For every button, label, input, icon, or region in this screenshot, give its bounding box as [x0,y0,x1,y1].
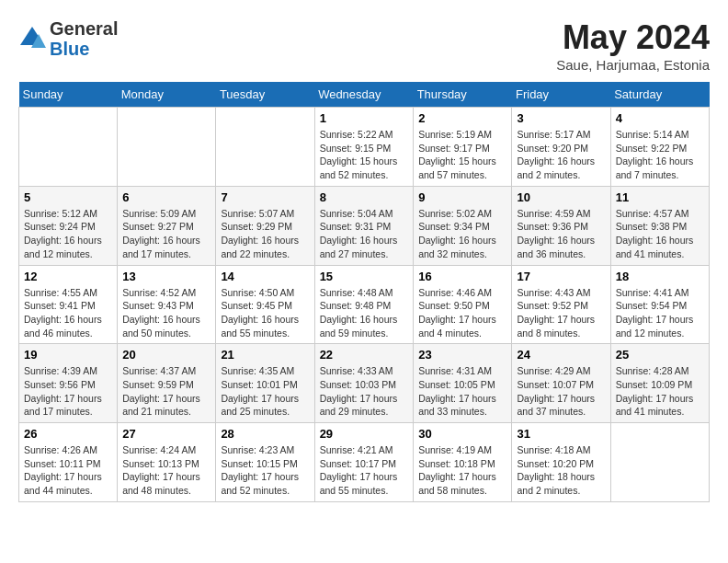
calendar-cell: 17Sunrise: 4:43 AM Sunset: 9:52 PM Dayli… [512,265,610,344]
day-info: Sunrise: 4:46 AM Sunset: 9:50 PM Dayligh… [418,286,506,340]
weekday-header-saturday: Saturday [610,82,709,108]
day-info: Sunrise: 4:57 AM Sunset: 9:38 PM Dayligh… [616,207,704,261]
calendar-table: SundayMondayTuesdayWednesdayThursdayFrid… [18,82,710,502]
calendar-cell [118,108,216,187]
calendar-cell: 11Sunrise: 4:57 AM Sunset: 9:38 PM Dayli… [610,186,709,265]
calendar-cell: 15Sunrise: 4:48 AM Sunset: 9:48 PM Dayli… [314,265,414,344]
calendar-cell: 18Sunrise: 4:41 AM Sunset: 9:54 PM Dayli… [610,265,709,344]
day-number: 28 [221,427,309,441]
weekday-header-tuesday: Tuesday [216,82,314,108]
day-info: Sunrise: 4:48 AM Sunset: 9:48 PM Dayligh… [320,286,409,340]
calendar-cell: 21Sunrise: 4:35 AM Sunset: 10:01 PM Dayl… [216,344,314,423]
calendar-cell [610,423,709,502]
month-title: May 2024 [556,18,710,57]
day-number: 24 [517,348,605,362]
calendar-cell: 2Sunrise: 5:19 AM Sunset: 9:17 PM Daylig… [414,108,512,187]
calendar-cell: 16Sunrise: 4:46 AM Sunset: 9:50 PM Dayli… [414,265,512,344]
day-info: Sunrise: 5:07 AM Sunset: 9:29 PM Dayligh… [221,207,309,261]
day-info: Sunrise: 4:50 AM Sunset: 9:45 PM Dayligh… [221,286,309,340]
day-number: 26 [24,427,112,441]
calendar-cell: 6Sunrise: 5:09 AM Sunset: 9:27 PM Daylig… [118,186,216,265]
logo-blue-text: Blue [50,39,89,59]
day-info: Sunrise: 4:23 AM Sunset: 10:15 PM Daylig… [221,443,309,498]
calendar-cell: 1Sunrise: 5:22 AM Sunset: 9:15 PM Daylig… [314,108,414,187]
calendar-cell: 24Sunrise: 4:29 AM Sunset: 10:07 PM Dayl… [512,344,610,423]
day-number: 2 [418,111,506,125]
day-info: Sunrise: 4:29 AM Sunset: 10:07 PM Daylig… [517,364,605,419]
day-number: 30 [418,427,506,441]
day-info: Sunrise: 4:55 AM Sunset: 9:41 PM Dayligh… [24,286,112,340]
weekday-header-wednesday: Wednesday [314,82,414,108]
day-number: 20 [122,348,210,362]
day-info: Sunrise: 5:14 AM Sunset: 9:22 PM Dayligh… [616,128,704,182]
calendar-cell: 9Sunrise: 5:02 AM Sunset: 9:34 PM Daylig… [414,186,512,265]
weekday-header-row: SundayMondayTuesdayWednesdayThursdayFrid… [19,82,710,108]
calendar-cell [216,108,314,187]
day-number: 15 [320,270,409,283]
calendar-cell: 10Sunrise: 4:59 AM Sunset: 9:36 PM Dayli… [512,186,610,265]
calendar-cell: 4Sunrise: 5:14 AM Sunset: 9:22 PM Daylig… [610,108,709,187]
day-number: 13 [122,270,210,283]
day-number: 22 [320,348,409,362]
logo: General Blue [18,18,118,59]
day-info: Sunrise: 4:43 AM Sunset: 9:52 PM Dayligh… [517,286,605,340]
day-number: 16 [418,270,506,283]
day-info: Sunrise: 4:35 AM Sunset: 10:01 PM Daylig… [221,364,309,419]
day-number: 1 [320,111,409,125]
weekday-header-monday: Monday [118,82,216,108]
calendar-cell: 19Sunrise: 4:39 AM Sunset: 9:56 PM Dayli… [19,344,118,423]
calendar-cell: 22Sunrise: 4:33 AM Sunset: 10:03 PM Dayl… [314,344,414,423]
day-info: Sunrise: 4:26 AM Sunset: 10:11 PM Daylig… [24,443,112,498]
day-number: 23 [418,348,506,362]
logo-general-text: General [50,18,118,39]
day-number: 11 [616,190,704,204]
calendar-cell: 14Sunrise: 4:50 AM Sunset: 9:45 PM Dayli… [216,265,314,344]
day-number: 5 [24,190,112,204]
calendar-cell: 27Sunrise: 4:24 AM Sunset: 10:13 PM Dayl… [118,423,216,502]
day-number: 21 [221,348,309,362]
calendar-cell: 29Sunrise: 4:21 AM Sunset: 10:17 PM Dayl… [314,423,414,502]
day-number: 8 [320,190,409,204]
day-info: Sunrise: 5:04 AM Sunset: 9:31 PM Dayligh… [320,207,409,261]
day-info: Sunrise: 5:12 AM Sunset: 9:24 PM Dayligh… [24,207,112,261]
day-number: 4 [616,111,704,125]
calendar-cell: 23Sunrise: 4:31 AM Sunset: 10:05 PM Dayl… [414,344,512,423]
week-row-5: 26Sunrise: 4:26 AM Sunset: 10:11 PM Dayl… [19,423,710,502]
calendar-cell: 8Sunrise: 5:04 AM Sunset: 9:31 PM Daylig… [314,186,414,265]
calendar-cell: 30Sunrise: 4:19 AM Sunset: 10:18 PM Dayl… [414,423,512,502]
calendar-cell [19,108,118,187]
day-info: Sunrise: 4:39 AM Sunset: 9:56 PM Dayligh… [24,364,112,419]
week-row-1: 1Sunrise: 5:22 AM Sunset: 9:15 PM Daylig… [19,108,710,187]
calendar-cell: 31Sunrise: 4:18 AM Sunset: 10:20 PM Dayl… [512,423,610,502]
week-row-2: 5Sunrise: 5:12 AM Sunset: 9:24 PM Daylig… [19,186,710,265]
logo-icon [18,25,46,52]
day-info: Sunrise: 5:17 AM Sunset: 9:20 PM Dayligh… [517,128,605,182]
location: Saue, Harjumaa, Estonia [556,57,710,73]
day-info: Sunrise: 4:31 AM Sunset: 10:05 PM Daylig… [418,364,506,419]
day-number: 29 [320,427,409,441]
day-info: Sunrise: 4:24 AM Sunset: 10:13 PM Daylig… [122,443,210,498]
day-number: 25 [616,348,704,362]
day-info: Sunrise: 4:41 AM Sunset: 9:54 PM Dayligh… [616,286,704,340]
day-number: 3 [517,111,605,125]
weekday-header-friday: Friday [512,82,610,108]
calendar-cell: 7Sunrise: 5:07 AM Sunset: 9:29 PM Daylig… [216,186,314,265]
calendar-cell: 28Sunrise: 4:23 AM Sunset: 10:15 PM Dayl… [216,423,314,502]
calendar-cell: 20Sunrise: 4:37 AM Sunset: 9:59 PM Dayli… [118,344,216,423]
title-area: May 2024 Saue, Harjumaa, Estonia [556,18,710,73]
day-info: Sunrise: 4:52 AM Sunset: 9:43 PM Dayligh… [122,286,210,340]
day-number: 14 [221,270,309,283]
day-info: Sunrise: 5:22 AM Sunset: 9:15 PM Dayligh… [320,128,409,182]
day-info: Sunrise: 4:28 AM Sunset: 10:09 PM Daylig… [616,364,704,419]
calendar-cell: 5Sunrise: 5:12 AM Sunset: 9:24 PM Daylig… [19,186,118,265]
day-info: Sunrise: 4:19 AM Sunset: 10:18 PM Daylig… [418,443,506,498]
calendar-cell: 12Sunrise: 4:55 AM Sunset: 9:41 PM Dayli… [19,265,118,344]
week-row-3: 12Sunrise: 4:55 AM Sunset: 9:41 PM Dayli… [19,265,710,344]
day-number: 9 [418,190,506,204]
calendar-cell: 3Sunrise: 5:17 AM Sunset: 9:20 PM Daylig… [512,108,610,187]
calendar-cell: 13Sunrise: 4:52 AM Sunset: 9:43 PM Dayli… [118,265,216,344]
day-info: Sunrise: 4:18 AM Sunset: 10:20 PM Daylig… [517,443,605,498]
day-info: Sunrise: 4:33 AM Sunset: 10:03 PM Daylig… [320,364,409,419]
day-number: 7 [221,190,309,204]
day-info: Sunrise: 4:37 AM Sunset: 9:59 PM Dayligh… [122,364,210,419]
